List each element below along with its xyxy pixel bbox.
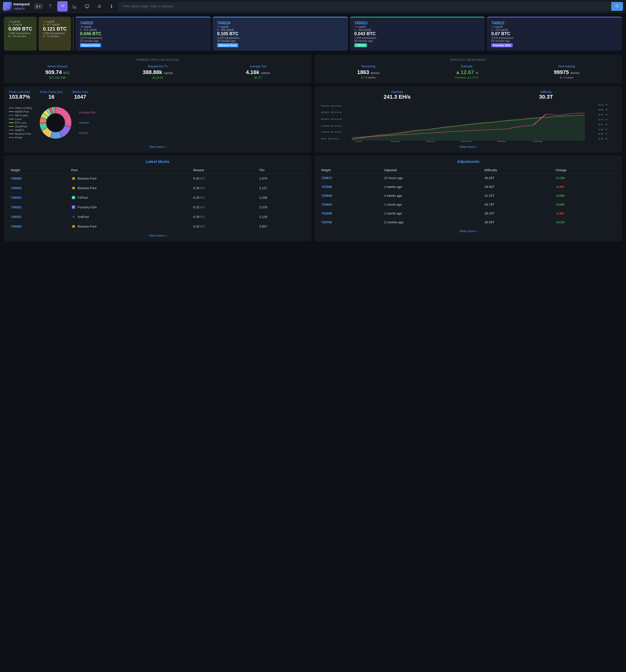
table-row: 729792 2 months ago 28.59T +4.1% — [319, 218, 617, 227]
conf-block-1-btc: 0.105 BTC — [217, 31, 344, 37]
bitcoin-selector[interactable]: ₿ ▾ — [34, 3, 43, 9]
adj-adjusted: 1 month ago — [382, 209, 482, 218]
pools-count-stat: Pools Count (1w) 16 — [40, 90, 63, 100]
conf-block-2-btc: 0.043 BTC — [354, 31, 481, 37]
block-height-link[interactable]: 740025 — [9, 174, 69, 183]
search-input[interactable] — [119, 2, 611, 11]
latest-blocks-view-more[interactable]: View more » — [9, 234, 307, 237]
pools-card: Pools Luck (1w) 103.87% Pools Count (1w)… — [4, 86, 311, 152]
hashrate-view-more[interactable]: View more » — [319, 145, 617, 149]
adj-col-change: Change — [554, 167, 617, 174]
nav-chart-button[interactable] — [70, 1, 80, 11]
hashrate-chart: 300 EH/s 250 EH/s 200 EH/s 150 EH/s 100 … — [319, 103, 617, 142]
pending-block-1-sat-range: 1 - 3 sat/vB — [8, 23, 32, 26]
block-height-link[interactable]: 740023 — [9, 193, 69, 202]
pending-block-1[interactable]: ~2 sat/vB 1 - 3 sat/vB 0.009 BTC 1,065 t… — [4, 17, 36, 51]
adj-change: +4.9% — [554, 191, 617, 200]
adj-change: +1.3% — [554, 174, 617, 183]
conf-block-3-txs: 2,078 transactions — [491, 37, 618, 39]
adjustments-view-more[interactable]: View more » — [319, 229, 617, 233]
nav-tools-button[interactable] — [57, 1, 68, 11]
block-txs: 2,129 — [257, 212, 307, 222]
svg-text:12 T: 12 T — [598, 138, 608, 140]
table-row: 735840 4 weeks ago 31.25T +4.9% — [319, 191, 617, 200]
conf-block-2-txs: 1,258 transactions — [354, 37, 481, 39]
conf-block-0[interactable]: 740025 ~6 sat/vB 1 - 211 sat/vB 0.046 BT… — [75, 17, 211, 51]
pools-view-more[interactable]: View more » — [9, 145, 307, 149]
block-divider — [73, 17, 74, 51]
svg-marker-28 — [72, 176, 75, 180]
block-reward: 6.30 BTC — [191, 174, 257, 183]
block-reward: 6.32 BTC — [191, 202, 257, 212]
bitcoin-icon: ₿ — [36, 4, 38, 8]
pools-count-value: 16 — [40, 94, 63, 100]
adj-change: +4.1% — [554, 218, 617, 227]
nav-list-button[interactable] — [94, 1, 104, 11]
remaining-value: 1863 blocks — [357, 69, 380, 75]
svg-point-5 — [616, 4, 618, 7]
legend-mara: MARA Pool — [9, 110, 32, 113]
pools-blocks-value: 1047 — [73, 94, 88, 100]
legend-luxor: Luxor — [9, 118, 32, 121]
conf-block-2-sat-high: ~7 sat/vB — [354, 25, 481, 28]
hashrate-value: 241.3 EH/s — [383, 94, 410, 100]
navbar: mempool.space ₿ ▾ ? ℹ — [0, 0, 626, 13]
search-button[interactable] — [611, 2, 623, 11]
conf-block-1-txs: 3,127 transactions — [217, 37, 344, 39]
logo[interactable]: mempool.space — [3, 2, 30, 11]
conf-block-0-num[interactable]: 740025 — [80, 21, 206, 25]
conf-block-0-sat-high: ~6 sat/vB — [80, 25, 206, 28]
adj-col-adjusted: Adjusted — [382, 167, 482, 174]
conf-block-1[interactable]: 740024 ~7 sat/vB 2 - 355 sat/vB 0.105 BT… — [213, 17, 348, 51]
bottom-row: Latest blocks Height Pool Reward TXs 740… — [4, 155, 622, 241]
stats-row: REWARD STATS (144 BLOCKS) Miners Reward … — [4, 55, 622, 83]
hash-top: Hashrate 241.3 EH/s Difficulty 30.3T — [319, 90, 617, 100]
conf-block-2-num[interactable]: 740023 — [354, 21, 481, 25]
conf-block-3-btc: 0.07 BTC — [491, 31, 618, 37]
hashrate-card: Hashrate 241.3 EH/s Difficulty 30.3T 300… — [315, 86, 622, 152]
nav-monitor-button[interactable] — [82, 1, 92, 11]
block-txs: 3,127 — [257, 183, 307, 193]
adj-height-link[interactable]: 729792 — [319, 218, 382, 227]
pending-block-2[interactable]: ~7 sat/vB 3 - 477 sat/vB 0.121 BTC 3,004… — [39, 17, 71, 51]
pie-legend-right: Foundry USA AntPool F2Pool — [79, 111, 95, 135]
adj-height-link[interactable]: 737856 — [319, 183, 382, 191]
col-reward: Reward — [191, 167, 257, 174]
adj-difficulty: 30.28T — [482, 174, 554, 183]
block-height-link[interactable]: 740020 — [9, 222, 69, 231]
difficulty-stat: Difficulty 30.3T — [539, 90, 553, 100]
table-row: 740021 AntPool 6.29 BTC 2,129 — [9, 212, 307, 222]
conf-block-3-sat-high: ~7 sat/vB — [491, 25, 618, 28]
svg-text:150 EH/s: 150 EH/s — [321, 125, 342, 127]
next-halving-sub: In ~2 years — [554, 76, 579, 79]
remaining-stat: Remaining 1863 blocks In ~2 weeks — [357, 65, 380, 79]
adj-height-link[interactable]: 735840 — [319, 191, 382, 200]
conf-block-1-num[interactable]: 740024 — [217, 21, 344, 25]
pools-luck-stat: Pools Luck (1w) 103.87% — [9, 90, 30, 100]
pending-block-2-sat-range: 3 - 477 sat/vB — [43, 23, 67, 26]
adj-height-link[interactable]: 731808 — [319, 209, 382, 218]
pools-luck-value: 103.87% — [9, 94, 30, 100]
block-height-link[interactable]: 740021 — [9, 212, 69, 222]
reward-per-tx-usd: $119.02 — [143, 76, 173, 79]
pending-blocks: ~2 sat/vB 1 - 3 sat/vB 0.009 BTC 1,065 t… — [4, 17, 71, 51]
block-pool: AntPool — [69, 212, 191, 222]
adj-adjusted: 1 month ago — [382, 200, 482, 209]
legend-poolin: Poolin — [9, 136, 32, 139]
adj-height-link[interactable]: 733824 — [319, 200, 382, 209]
adj-height-link[interactable]: 739872 — [319, 174, 382, 183]
reward-per-tx-stat: Reward Per Tx 388.88k sats/tx $119.02 — [143, 65, 173, 79]
conf-block-3-num[interactable]: 740022 — [491, 21, 618, 25]
confirmed-blocks: 740025 ~6 sat/vB 1 - 211 sat/vB 0.046 BT… — [75, 17, 622, 51]
svg-text:55 EH/s: 55 EH/s — [321, 138, 339, 140]
pending-block-1-btc: 0.009 BTC — [8, 26, 32, 32]
conf-block-2[interactable]: 740023 ~7 sat/vB 1 - 443 sat/vB 0.043 BT… — [350, 17, 485, 51]
conf-block-1-time: 30 minutes ago — [217, 39, 344, 42]
difficulty-value: 30.3T — [539, 94, 553, 100]
block-height-link[interactable]: 740024 — [9, 183, 69, 193]
reward-per-tx-label: Reward Per Tx — [143, 65, 173, 68]
nav-info-button[interactable]: ℹ — [106, 1, 117, 11]
block-height-link[interactable]: 740022 — [9, 202, 69, 212]
nav-help-button[interactable]: ? — [45, 1, 55, 11]
conf-block-3[interactable]: 740022 ~7 sat/vB 1 - 374 sat/vB 0.07 BTC… — [487, 17, 622, 51]
